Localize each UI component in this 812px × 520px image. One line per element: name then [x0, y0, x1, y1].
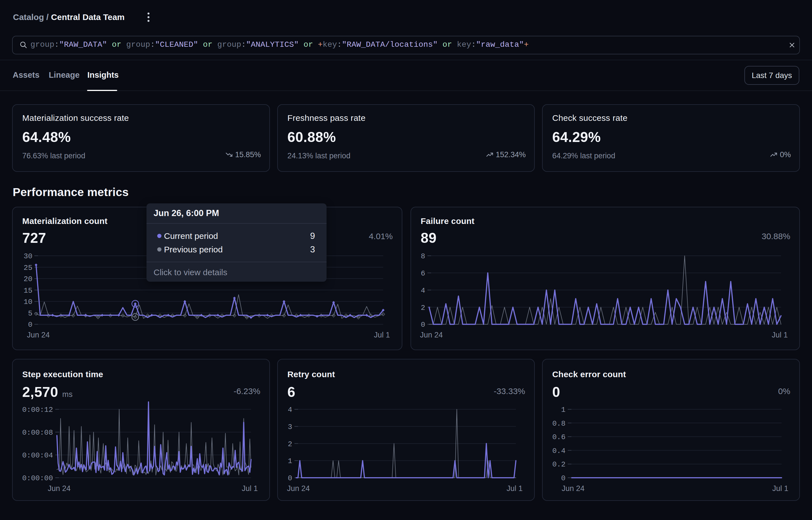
svg-text:0.6: 0.6	[552, 433, 566, 441]
svg-text:Jul 1: Jul 1	[772, 484, 788, 493]
svg-text:Jun 24: Jun 24	[561, 484, 584, 493]
svg-text:4: 4	[288, 406, 292, 414]
svg-text:0.4: 0.4	[552, 447, 566, 455]
svg-text:5: 5	[28, 309, 32, 318]
svg-text:2: 2	[288, 440, 292, 448]
svg-text:2: 2	[421, 304, 425, 312]
svg-text:Jun 24: Jun 24	[27, 331, 50, 339]
svg-text:0: 0	[28, 320, 32, 329]
svg-text:1: 1	[561, 406, 566, 414]
svg-text:8: 8	[421, 252, 425, 261]
svg-text:0:00:04: 0:00:04	[22, 451, 53, 460]
svg-text:0:00:08: 0:00:08	[22, 428, 53, 437]
svg-text:Jul 1: Jul 1	[772, 331, 788, 339]
svg-text:0: 0	[561, 474, 566, 483]
svg-text:Jun 24: Jun 24	[420, 331, 443, 339]
svg-text:30: 30	[24, 252, 32, 261]
svg-text:0: 0	[288, 474, 292, 483]
svg-text:15: 15	[24, 286, 32, 295]
svg-text:0:00:12: 0:00:12	[22, 406, 53, 414]
svg-text:0: 0	[421, 320, 425, 329]
svg-text:0.2: 0.2	[552, 460, 566, 469]
svg-text:1: 1	[288, 457, 292, 465]
svg-text:20: 20	[24, 275, 32, 283]
svg-text:Jul 1: Jul 1	[506, 484, 523, 493]
svg-text:Jun 24: Jun 24	[287, 484, 310, 493]
svg-text:Jul 1: Jul 1	[374, 331, 390, 339]
svg-text:25: 25	[24, 264, 32, 272]
svg-text:Jun 24: Jun 24	[48, 484, 71, 493]
svg-text:3: 3	[288, 423, 292, 431]
svg-text:10: 10	[24, 298, 32, 306]
svg-text:4: 4	[421, 286, 425, 295]
svg-text:Jul 1: Jul 1	[242, 484, 258, 493]
svg-text:6: 6	[421, 269, 425, 278]
svg-text:0:00:00: 0:00:00	[22, 474, 53, 483]
svg-text:0.8: 0.8	[552, 419, 566, 428]
